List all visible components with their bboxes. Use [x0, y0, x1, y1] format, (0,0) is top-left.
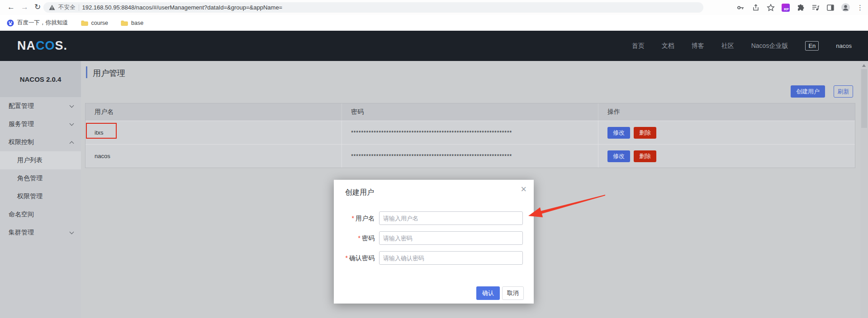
sidebar-item-permission-management[interactable]: 权限管理: [0, 187, 81, 206]
rp-extension-icon[interactable]: RP: [782, 4, 790, 12]
username-cell: nacos: [85, 145, 342, 168]
bookmark-label: 百度一下，你就知道: [17, 19, 68, 27]
field-label: *确认密码: [334, 254, 375, 262]
back-icon[interactable]: ←: [7, 2, 15, 13]
sidebar: NACOS 2.0.4 配置管理 服务管理 权限控制 用户列表 角色管理 权限管…: [0, 61, 81, 318]
modify-button[interactable]: 修改: [607, 127, 630, 139]
close-icon[interactable]: ×: [521, 183, 526, 195]
url-text: 192.168.50.95:8848/nacos/#/userManagemen…: [82, 4, 283, 11]
delete-button[interactable]: 删除: [634, 127, 656, 139]
dialog-title: 创建用户: [345, 188, 374, 197]
forward-icon[interactable]: →: [21, 2, 28, 13]
bookmarks-bar: 百度一下，你就知道 course base: [0, 15, 868, 31]
nav-link-enterprise[interactable]: Nacos企业版: [751, 42, 788, 50]
folder-icon: [121, 20, 128, 26]
actions-cell: 修改 删除: [598, 121, 855, 144]
field-label: *密码: [334, 234, 375, 243]
bookmark-course[interactable]: course: [81, 20, 109, 26]
sidebar-version: NACOS 2.0.4: [0, 61, 81, 97]
nav-link-blog[interactable]: 博客: [692, 42, 704, 50]
sidebar-item-config-management[interactable]: 配置管理: [0, 97, 81, 115]
nav-link-docs[interactable]: 文档: [662, 42, 674, 50]
nacos-navbar: NACOS. 首页 文档 博客 社区 Nacos企业版 En nacos: [0, 31, 868, 61]
browser-window: ← → ↻ 不安全 192.168.50.95:8848/nacos/#/use…: [0, 0, 868, 318]
sidebar-item-label: 集群管理: [9, 229, 34, 237]
refresh-button[interactable]: 刷新: [834, 85, 853, 98]
table-row: itxs ***********************************…: [85, 121, 855, 144]
actions-cell: 修改 删除: [598, 145, 855, 168]
field-label-text: 确认密码: [349, 254, 375, 262]
page-scrollbar[interactable]: [860, 61, 868, 318]
language-toggle[interactable]: En: [805, 41, 819, 51]
username-input[interactable]: [379, 211, 523, 225]
bookmark-base[interactable]: base: [121, 20, 143, 26]
sidebar-item-service-management[interactable]: 服务管理: [0, 115, 81, 133]
annotation-highlight-box: [86, 123, 117, 139]
url-bar[interactable]: 不安全 192.168.50.95:8848/nacos/#/userManag…: [43, 2, 703, 13]
security-label: 不安全: [58, 4, 76, 11]
bookmark-star-icon[interactable]: [767, 4, 775, 12]
sidebar-item-label: 配置管理: [9, 102, 34, 110]
scrollbar-thumb[interactable]: [861, 69, 867, 128]
page-title-accent: [86, 66, 87, 78]
logo-part: S.: [55, 39, 68, 52]
username-cell: itxs: [85, 121, 342, 144]
field-row-username: *用户名: [334, 211, 534, 225]
chevron-down-icon: [70, 230, 74, 234]
toolbar-right-icons: RP ⋮: [737, 0, 863, 15]
sidebar-item-label: 权限控制: [9, 138, 34, 146]
cancel-button[interactable]: 取消: [502, 286, 524, 300]
field-label-text: 密码: [362, 234, 375, 242]
profile-avatar-icon[interactable]: [841, 3, 850, 12]
baidu-favicon: [7, 19, 14, 27]
browser-menu-icon[interactable]: ⋮: [857, 4, 863, 12]
scrollbar-up-icon[interactable]: [862, 64, 866, 67]
nav-link-community[interactable]: 社区: [721, 42, 734, 50]
extensions-puzzle-icon[interactable]: [797, 4, 805, 12]
nacos-logo[interactable]: NACOS.: [17, 39, 67, 53]
required-asterisk: *: [358, 234, 360, 242]
field-row-confirm-password: *确认密码: [334, 251, 534, 265]
folder-icon: [81, 20, 88, 26]
sidebar-item-label: 角色管理: [17, 174, 43, 182]
bookmark-label: base: [131, 20, 143, 26]
column-header-actions: 操作: [598, 103, 855, 121]
sidebar-item-permission-control[interactable]: 权限控制: [0, 133, 81, 151]
bookmark-label: course: [91, 20, 109, 26]
table-header: 用户名 密码 操作: [85, 103, 855, 121]
rp-extension-label: RP: [784, 7, 789, 11]
share-icon[interactable]: [752, 4, 760, 12]
table-row: nacos **********************************…: [85, 144, 855, 168]
field-label: *用户名: [334, 215, 375, 223]
column-header-password: 密码: [342, 103, 598, 121]
url-separator: [79, 5, 79, 11]
password-input[interactable]: [379, 231, 523, 245]
page-title: 用户管理: [93, 68, 125, 79]
logo-part: NA: [17, 39, 36, 52]
confirm-password-input[interactable]: [379, 251, 523, 265]
logo-part-blue: CO: [36, 39, 55, 52]
create-user-button[interactable]: 创建用户: [791, 85, 825, 98]
sidebar-item-role-management[interactable]: 角色管理: [0, 169, 81, 187]
playlist-icon[interactable]: [811, 4, 820, 12]
sidebar-item-user-list[interactable]: 用户列表: [0, 151, 81, 169]
nav-link-home[interactable]: 首页: [632, 42, 645, 50]
password-key-icon[interactable]: [737, 4, 745, 12]
modify-button[interactable]: 修改: [607, 150, 630, 162]
bookmark-baidu[interactable]: 百度一下，你就知道: [7, 19, 68, 27]
password-cell: ****************************************…: [342, 121, 598, 144]
sidebar-item-label: 用户列表: [17, 156, 43, 164]
password-cell: ****************************************…: [342, 145, 598, 168]
browser-toolbar: ← → ↻ 不安全 192.168.50.95:8848/nacos/#/use…: [0, 0, 868, 15]
side-panel-icon[interactable]: [826, 4, 835, 12]
chevron-down-icon: [70, 103, 74, 108]
sidebar-item-namespace[interactable]: 命名空间: [0, 206, 81, 224]
confirm-button[interactable]: 确认: [476, 286, 500, 300]
navbar-username[interactable]: nacos: [836, 42, 852, 49]
sidebar-item-label: 权限管理: [17, 192, 43, 201]
delete-button[interactable]: 删除: [634, 150, 656, 162]
sidebar-item-label: 命名空间: [9, 210, 34, 219]
sidebar-item-cluster-management[interactable]: 集群管理: [0, 224, 81, 242]
chevron-up-icon: [70, 141, 74, 146]
reload-icon[interactable]: ↻: [34, 2, 41, 13]
